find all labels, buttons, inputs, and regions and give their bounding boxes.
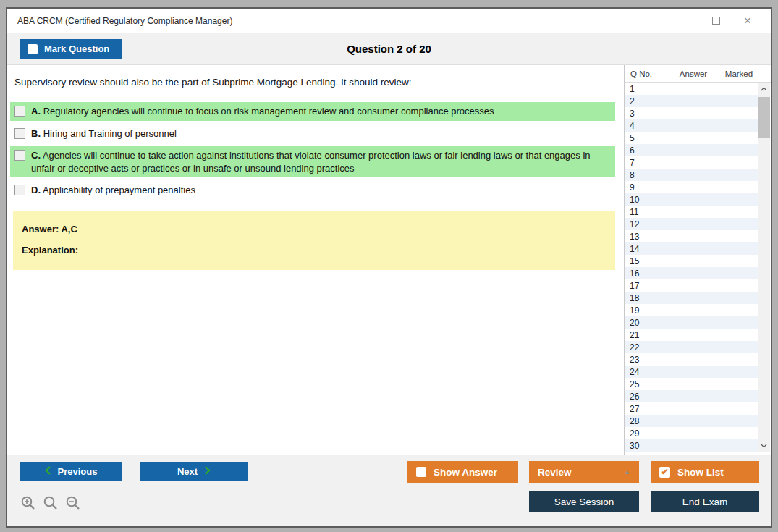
review-dropdown[interactable]: Review ▲ (529, 461, 639, 483)
question-list-row[interactable]: 13 (625, 230, 758, 242)
option-d[interactable]: D. Applicability of prepayment penalties (10, 181, 615, 200)
question-number: 8 (625, 170, 635, 180)
previous-button[interactable]: Previous (20, 462, 122, 481)
question-list-rows: 1234567891011121314151617181920212223242… (625, 83, 758, 452)
previous-label: Previous (58, 466, 98, 477)
question-list-row[interactable]: 26 (625, 390, 758, 402)
option-c-text: C. Agencies will continue to take action… (31, 149, 611, 174)
show-answer-button[interactable]: Show Answer (407, 461, 518, 483)
next-button[interactable]: Next (140, 462, 248, 481)
zoom-in-icon[interactable] (20, 495, 36, 514)
window-controls: – × (668, 11, 764, 31)
question-list-row[interactable]: 12 (625, 218, 758, 230)
question-list-row[interactable]: 17 (625, 279, 758, 292)
zoom-out-icon[interactable] (65, 495, 81, 514)
explanation-line: Explanation: (22, 245, 606, 256)
caret-up-icon: ▲ (624, 468, 630, 476)
question-list-row[interactable]: 15 (625, 255, 758, 267)
end-exam-label: End Exam (682, 497, 727, 507)
option-a-text: A. Regulatory agencies will continue to … (31, 105, 494, 118)
maximize-icon[interactable] (700, 11, 732, 31)
scroll-down-icon[interactable] (758, 439, 770, 452)
question-list-row[interactable]: 30 (625, 439, 758, 452)
save-session-button[interactable]: Save Session (529, 491, 639, 512)
question-list-header: Q No. Answer Marked (625, 65, 771, 83)
question-number: 25 (625, 379, 639, 389)
question-number: 6 (625, 145, 635, 156)
chevron-left-icon (45, 466, 51, 477)
question-number: 7 (625, 158, 635, 168)
question-number: 18 (625, 293, 639, 303)
question-list-panel: Q No. Answer Marked 12345678910111213141… (624, 65, 771, 455)
question-panel: Supervisory review should also be the pa… (7, 65, 624, 455)
header-band: Mark Question Question 2 of 20 (7, 33, 771, 65)
question-number: 28 (625, 416, 639, 426)
question-text: Supervisory review should also be the pa… (14, 77, 614, 88)
scroll-up-icon[interactable] (758, 83, 770, 95)
question-list-row[interactable]: 11 (625, 206, 758, 218)
question-list-row[interactable]: 5 (625, 132, 758, 144)
question-list-row[interactable]: 28 (625, 415, 758, 427)
question-number: 13 (625, 232, 639, 242)
question-list-row[interactable]: 16 (625, 267, 758, 279)
question-list-row[interactable]: 10 (625, 193, 758, 206)
question-number: 24 (625, 367, 639, 377)
col-q-no: Q No. (625, 69, 668, 78)
question-number: 2 (625, 96, 635, 106)
option-c[interactable]: C. Agencies will continue to take action… (10, 146, 615, 177)
minimize-icon[interactable]: – (668, 11, 700, 31)
title-bar: ABA CRCM (Certified Regulatory Complianc… (7, 9, 771, 33)
question-list-row[interactable]: 9 (625, 181, 758, 193)
scrollbar-thumb[interactable] (758, 97, 770, 138)
question-number: 20 (625, 318, 639, 328)
chevron-right-icon (205, 466, 211, 477)
question-list-row[interactable]: 14 (625, 242, 758, 255)
option-d-checkbox[interactable] (14, 185, 25, 195)
question-list-row[interactable]: 3 (625, 107, 758, 119)
question-number: 9 (625, 182, 635, 193)
show-answer-label: Show Answer (434, 467, 497, 478)
mark-question-button[interactable]: Mark Question (20, 39, 122, 59)
question-list-scrollbar[interactable] (758, 83, 770, 452)
option-b-text: B. Hiring and Training of personnel (31, 127, 177, 140)
option-c-checkbox[interactable] (14, 150, 25, 161)
question-list-row[interactable]: 7 (625, 156, 758, 169)
option-b-checkbox[interactable] (14, 128, 25, 139)
next-label: Next (177, 466, 198, 477)
window-title: ABA CRCM (Certified Regulatory Complianc… (7, 16, 668, 26)
answer-box: Answer: A,C Explanation: (13, 211, 615, 270)
question-number: 3 (625, 109, 635, 119)
option-a[interactable]: A. Regulatory agencies will continue to … (10, 102, 615, 121)
question-list-row[interactable]: 2 (625, 95, 758, 107)
close-icon[interactable]: × (732, 11, 764, 31)
question-list-row[interactable]: 20 (625, 316, 758, 329)
col-marked: Marked (719, 69, 759, 78)
end-exam-button[interactable]: End Exam (651, 491, 759, 512)
question-list-row[interactable]: 24 (625, 366, 758, 378)
show-answer-checkbox[interactable] (416, 467, 426, 477)
option-b[interactable]: B. Hiring and Training of personnel (10, 124, 615, 143)
question-list-row[interactable]: 23 (625, 353, 758, 366)
question-list-row[interactable]: 29 (625, 427, 758, 439)
question-number: 1 (625, 84, 635, 94)
question-list-row[interactable]: 8 (625, 169, 758, 181)
question-list-row[interactable]: 4 (625, 119, 758, 132)
col-answer: Answer (668, 69, 719, 78)
question-list-row[interactable]: 19 (625, 304, 758, 316)
option-d-text: D. Applicability of prepayment penalties (31, 184, 195, 197)
question-number: 30 (625, 441, 639, 451)
question-list-row[interactable]: 21 (625, 329, 758, 341)
option-a-checkbox[interactable] (14, 106, 25, 117)
mark-question-checkbox[interactable] (28, 44, 38, 54)
question-list-row[interactable]: 27 (625, 402, 758, 415)
zoom-toolbar (20, 495, 81, 514)
question-list-row[interactable]: 22 (625, 341, 758, 353)
show-list-button[interactable]: ✔ Show List (651, 461, 759, 483)
question-list-row[interactable]: 25 (625, 378, 758, 390)
question-list-row[interactable]: 18 (625, 292, 758, 304)
question-list-row[interactable]: 6 (625, 144, 758, 156)
show-list-label: Show List (677, 467, 724, 478)
question-list-row[interactable]: 1 (625, 83, 758, 95)
zoom-reset-icon[interactable] (43, 495, 59, 514)
show-list-checkbox[interactable]: ✔ (659, 467, 670, 478)
